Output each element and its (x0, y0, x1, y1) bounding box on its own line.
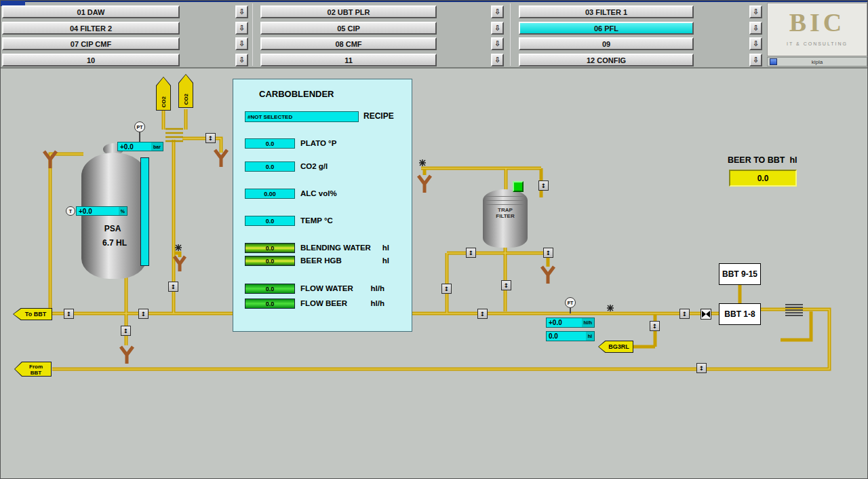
nav-dropdown-05-icon[interactable]: ⇩ (491, 22, 504, 35)
flow-water-label: FLOW WATER hl/h (300, 284, 384, 294)
nav-dropdown-02-icon[interactable]: ⇩ (491, 5, 504, 18)
nav-dropdown-10-icon[interactable]: ⇩ (235, 54, 248, 66)
nav-button-05-cip[interactable]: 05 CIP (260, 22, 437, 35)
trap-filter-vessel: TRAPFILTER (483, 189, 528, 248)
from-bbt-tag[interactable]: FromBBT (14, 362, 52, 377)
nav-dropdown-04-icon[interactable]: ⇩ (235, 22, 248, 35)
flow-total-unit: hl (586, 332, 594, 341)
flow-rate-value: +0.0 (547, 319, 582, 326)
tank-pressure-unit: bar (151, 142, 163, 151)
trap-filter-label: TRAPFILTER (483, 207, 528, 219)
beer-to-bbt-label-text: BEER TO BBT (728, 155, 785, 165)
valve-box-icon[interactable]: ↕ (121, 326, 131, 336)
nav-button-01-daw[interactable]: 01 DAW (2, 5, 180, 18)
bg3rl-tag-label: BG3RL (599, 341, 633, 352)
valve-box-icon[interactable]: ↕ (679, 309, 690, 319)
cooler-symbol (785, 305, 803, 315)
flow-beer-label-text: FLOW BEER (300, 299, 347, 309)
nav-dropdown-11-icon[interactable]: ⇩ (491, 54, 504, 66)
valve-box-icon[interactable]: ↕ (501, 280, 511, 290)
nav-button-06-pfl[interactable]: 06 PFL (519, 22, 694, 35)
co2-arrow-label: CO2 (183, 94, 189, 104)
nav-dropdown-03-icon[interactable]: ⇩ (749, 5, 762, 18)
beer-hgb-label: BEER HGB hl (300, 256, 389, 266)
co2-field[interactable]: 0.0 (245, 161, 295, 172)
flow-total-display[interactable]: 0.0 hl (546, 331, 595, 341)
nav-button-12-config[interactable]: 12 CONFIG (519, 54, 694, 66)
from-bbt-tag-label: FromBBT (15, 362, 51, 376)
valve-box-icon[interactable]: ↕ (538, 180, 549, 191)
nav-dropdown-12-icon[interactable]: ⇩ (749, 54, 762, 66)
beer-to-bbt-label: BEER TO BBT hl (728, 155, 797, 166)
bbt-1-8-box[interactable]: BBT 1-8 (719, 303, 761, 325)
flow-mixer-icon[interactable] (701, 309, 711, 320)
recipe-label: RECIPE (363, 111, 394, 121)
nav-button-03-filter1[interactable]: 03 FILTER 1 (519, 5, 694, 18)
valve-box-icon[interactable]: ↕ (696, 363, 707, 373)
beer-to-bbt-display: 0.0 (729, 170, 797, 187)
tank-pressure-display[interactable]: +0.0 bar (117, 142, 163, 151)
nav-dropdown-09-icon[interactable]: ⇩ (749, 37, 762, 50)
nav-button-07-cip-cmf[interactable]: 07 CIP CMF (2, 37, 180, 50)
alc-field[interactable]: 0.00 (245, 189, 295, 199)
nav-divider (510, 3, 511, 66)
scada-screen: 01 DAW ⇩ 02 UBT PLR ⇩ 03 FILTER 1 ⇩ 04 F… (0, 0, 868, 479)
nav-dropdown-01-icon[interactable]: ⇩ (235, 5, 248, 18)
alc-label: ALC vol% (300, 189, 337, 199)
status-text: kipla (812, 59, 823, 65)
co2-arrow: CO2 (178, 74, 193, 108)
beer-hgb-unit: hl (382, 256, 389, 266)
flow-rate-display[interactable]: +0.0 hl/h (546, 318, 595, 328)
valve-box-icon[interactable]: ↕ (64, 309, 74, 319)
top-navigation-bar: 01 DAW ⇩ 02 UBT PLR ⇩ 03 FILTER 1 ⇩ 04 F… (1, 1, 868, 69)
flow-water-unit: hl/h (371, 284, 384, 294)
to-bbt-tag[interactable]: To BBT (13, 308, 52, 320)
blending-water-field: 0.0 (245, 243, 295, 253)
monitor-icon (770, 58, 777, 65)
nav-dropdown-07-icon[interactable]: ⇩ (235, 37, 248, 50)
valve-box-icon[interactable]: ↕ (168, 282, 178, 292)
ft-sensor-icon[interactable]: FT (565, 297, 576, 308)
panel-title: CARBOBLENDER (259, 89, 334, 99)
plato-field[interactable]: 0.0 (245, 138, 295, 149)
nav-dropdown-06-icon[interactable]: ⇩ (749, 22, 762, 35)
valve-box-icon[interactable]: ↕ (543, 248, 553, 258)
valve-box-icon[interactable]: ↕ (650, 321, 660, 331)
nav-button-11[interactable]: 11 (260, 54, 437, 66)
recipe-field[interactable]: #NOT SELECTED (245, 111, 359, 122)
status-strip: kipla (767, 57, 867, 66)
nav-button-04-filter2[interactable]: 04 FILTER 2 (2, 22, 180, 35)
valve-box-icon[interactable]: ↕ (477, 309, 488, 319)
nav-button-02-ubt-plr[interactable]: 02 UBT PLR (260, 5, 437, 18)
trap-filter-status-led (513, 181, 524, 192)
coil-symbol (165, 129, 183, 141)
bic-logo: BIC IT & CONSULTING (767, 3, 867, 56)
beer-hgb-field: 0.0 (245, 256, 295, 266)
bg3rl-tag[interactable]: BG3RL (598, 341, 633, 353)
blending-water-unit: hl (382, 243, 389, 253)
window-title-sliver (1, 1, 868, 2)
flow-beer-label: FLOW BEER hl/h (300, 299, 384, 309)
valve-box-icon[interactable]: ↕ (441, 284, 452, 294)
tank-capacity-label: 6.7 HL (87, 238, 142, 248)
valve-box-icon[interactable]: ↕ (138, 309, 149, 319)
bbt-9-15-box[interactable]: BBT 9-15 (719, 263, 761, 285)
pt-sensor-icon[interactable]: PT (134, 121, 145, 132)
t-sensor-icon[interactable]: T (66, 206, 75, 216)
nav-button-08-cmf[interactable]: 08 CMF (260, 37, 437, 50)
nav-button-09[interactable]: 09 (519, 37, 694, 50)
nav-button-10[interactable]: 10 (2, 54, 180, 66)
tank-name-label: PSA (89, 224, 136, 233)
beer-pipes (50, 109, 829, 369)
valve-box-icon[interactable]: ↕ (205, 133, 216, 143)
tank-level-value: +0.0 (77, 208, 119, 215)
co2-arrow: CO2 (156, 77, 171, 111)
temp-field[interactable]: 0.0 (245, 216, 295, 226)
nav-divider (252, 3, 253, 66)
nav-dropdown-08-icon[interactable]: ⇩ (491, 37, 504, 50)
blending-water-label-text: BLENDING WATER (300, 243, 371, 253)
tank-level-display[interactable]: +0.0 % (76, 206, 127, 216)
flow-rate-unit: hl/h (582, 318, 594, 327)
beer-to-bbt-unit: hl (789, 155, 797, 165)
valve-box-icon[interactable]: ↕ (466, 248, 476, 258)
